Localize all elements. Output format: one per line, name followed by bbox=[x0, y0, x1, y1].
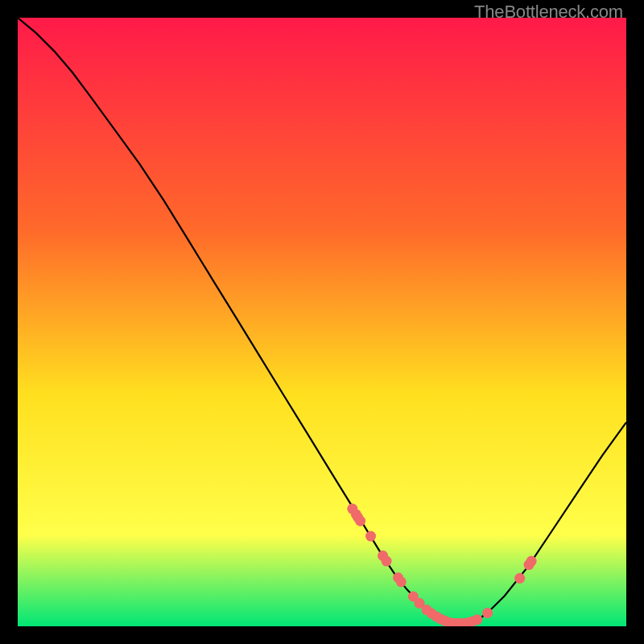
marker-point bbox=[514, 573, 525, 584]
marker-point bbox=[482, 608, 493, 618]
marker-point bbox=[355, 516, 365, 526]
marker-point bbox=[382, 556, 392, 567]
marker-point bbox=[526, 556, 537, 567]
watermark-text: TheBottleneck.com bbox=[474, 2, 623, 23]
marker-point bbox=[365, 531, 376, 542]
gradient-background bbox=[18, 18, 626, 626]
chart-frame bbox=[18, 18, 626, 626]
marker-point bbox=[472, 614, 482, 625]
chart-plot bbox=[18, 18, 626, 626]
marker-point bbox=[396, 576, 407, 587]
